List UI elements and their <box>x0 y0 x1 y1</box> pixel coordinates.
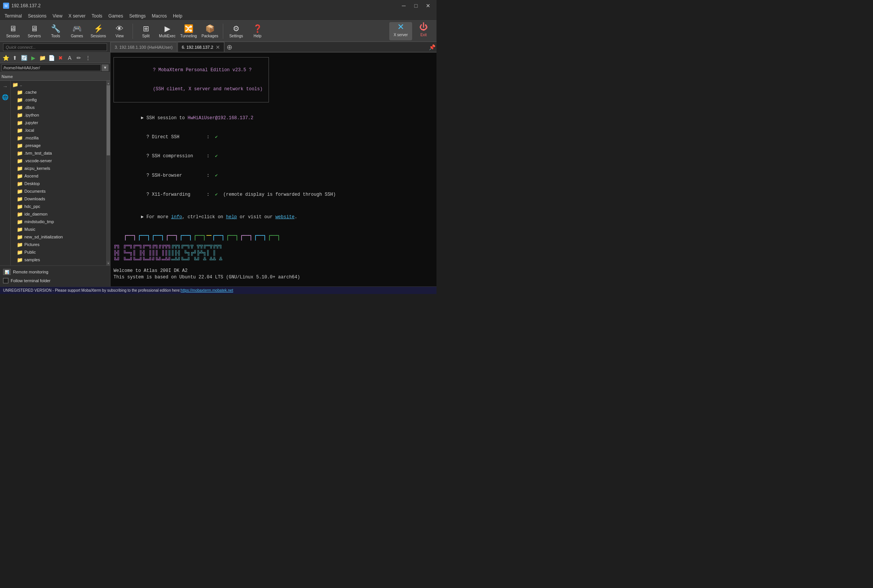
file-item[interactable]: 📁.mozilla <box>11 134 106 142</box>
file-item[interactable]: 📁Music <box>11 225 106 233</box>
app-icon: M <box>3 3 9 9</box>
file-item[interactable]: 📁.presage <box>11 142 106 149</box>
file-item[interactable]: 📁new_sd_initialization <box>11 233 106 241</box>
file-item[interactable]: 📁hdc_ppc <box>11 203 106 210</box>
sidebar-refresh-button[interactable]: 🔄 <box>20 54 28 62</box>
tab-2[interactable]: 6. 192.168.137.2 ✕ <box>177 42 224 52</box>
sidebar-folder-button[interactable]: 📁 <box>38 54 46 62</box>
left-icon-arrow[interactable]: → <box>1 82 10 91</box>
close-button[interactable]: ✕ <box>423 2 433 10</box>
file-icon: 📁 <box>12 81 18 88</box>
packages-label: Packages <box>201 34 218 38</box>
maximize-button[interactable]: □ <box>411 2 421 10</box>
help-link[interactable]: help <box>226 214 237 220</box>
tools-button[interactable]: 🔧 Tools <box>46 22 66 40</box>
tab-2-close[interactable]: ✕ <box>216 45 220 50</box>
minimize-button[interactable]: ─ <box>398 2 409 10</box>
file-name: new_sd_initialization <box>24 235 63 239</box>
help-label: Help <box>254 34 262 38</box>
file-name: Desktop <box>24 181 40 186</box>
menu-sessions[interactable]: Sessions <box>25 13 50 19</box>
menu-help[interactable]: Help <box>170 13 185 19</box>
sidebar-up-button[interactable]: ⬆ <box>11 54 19 62</box>
website-link[interactable]: website <box>275 214 294 220</box>
sidebar-delete-button[interactable]: ✖ <box>56 54 65 62</box>
file-item[interactable]: 📁Public <box>11 248 106 256</box>
split-button[interactable]: ⊞ Split <box>136 22 156 40</box>
servers-label: Servers <box>28 34 41 38</box>
file-item[interactable]: 📁.jupyter <box>11 119 106 126</box>
file-item[interactable]: 📁Desktop <box>11 180 106 187</box>
sidebar-star-button[interactable]: ⭐ <box>2 54 10 62</box>
view-button[interactable]: 👁 View <box>110 22 130 40</box>
folder-icon: 📁 <box>17 257 23 263</box>
quick-connect-input[interactable] <box>3 43 107 51</box>
file-item[interactable]: 📁aicpu_kernels <box>11 165 106 172</box>
tab-add-button[interactable]: ⊕ <box>225 43 234 52</box>
sidebar-edit-button[interactable]: ✏ <box>75 54 83 62</box>
menu-macros[interactable]: Macros <box>149 13 170 19</box>
tunneling-button[interactable]: 🔀 Tunneling <box>179 22 198 40</box>
help-button[interactable]: ❓ Help <box>248 22 267 40</box>
sessions-button[interactable]: ⚡ Sessions <box>88 22 108 40</box>
left-icon-globe[interactable]: 🌐 <box>1 93 10 101</box>
file-name: .presage <box>24 143 41 148</box>
packages-button[interactable]: 📦 Packages <box>200 22 220 40</box>
info-link[interactable]: info <box>171 214 182 220</box>
file-item[interactable]: 📁Documents <box>11 187 106 195</box>
exit-button[interactable]: ⏻ Exit <box>414 22 433 40</box>
status-link[interactable]: https://mobaxterm.mobatek.net <box>181 288 233 292</box>
file-item[interactable]: 📁.dbus <box>11 104 106 111</box>
file-item[interactable]: 📁ide_daemon <box>11 210 106 218</box>
follow-folder[interactable]: Follow terminal folder <box>3 276 107 285</box>
window-controls: ─ □ ✕ <box>398 2 433 10</box>
exit-label: Exit <box>421 33 427 37</box>
file-item[interactable]: 📁.cache <box>11 88 106 96</box>
folder-icon: 📁 <box>17 188 23 194</box>
toolbar-separator <box>133 24 133 39</box>
file-item[interactable]: 📁mindstudio_tmp <box>11 218 106 225</box>
file-name: mindstudio_tmp <box>24 219 54 224</box>
settings-button[interactable]: ⚙ Settings <box>226 22 246 40</box>
file-item[interactable]: 📁Downloads <box>11 195 106 203</box>
folder-icon: 📁 <box>17 89 23 95</box>
file-item[interactable]: 📁samples <box>11 256 106 264</box>
terminal[interactable]: ? MobaXterm Personal Edition v23.5 ? (SS… <box>110 53 437 286</box>
file-item[interactable]: 📁.tvm_test_data <box>11 149 106 157</box>
sidebar-font-button[interactable]: A <box>66 54 74 62</box>
file-item[interactable]: 📁.config <box>11 96 106 104</box>
menu-tools[interactable]: Tools <box>89 13 106 19</box>
file-name: .tvm_test_data <box>24 151 52 155</box>
path-expand-button[interactable]: ▼ <box>102 64 109 71</box>
scroll-up-button[interactable]: ▲ <box>107 81 110 85</box>
file-name: .mozilla <box>24 136 38 140</box>
sidebar-more-button[interactable]: ⋮ <box>84 54 92 62</box>
file-item[interactable]: 📁Pictures <box>11 241 106 248</box>
file-item[interactable]: 📁Ascend <box>11 172 106 180</box>
tab-1[interactable]: 3. 192.168.1.100 (HwHiAiUser) <box>110 42 177 52</box>
xserver-button[interactable]: ✕ X server <box>389 22 412 40</box>
menu-view[interactable]: View <box>50 13 66 19</box>
path-input[interactable] <box>2 64 101 71</box>
ssh-x11-line: ? X11-forwarding : ✔ (remote display is … <box>114 185 433 204</box>
menu-terminal[interactable]: Terminal <box>2 13 25 19</box>
sidebar-new-button[interactable]: 📄 <box>47 54 56 62</box>
remote-monitoring[interactable]: 📊 Remote monitoring <box>3 267 107 276</box>
file-item[interactable]: 📁.ipython <box>11 111 106 119</box>
games-button[interactable]: 🎮 Games <box>67 22 87 40</box>
ascii-art: ┌─┐┌─┐┌─┐┌─┐┌─┐┌─┐─┌─┐┌─┐┌─┐┌─┐┌─┐ ╔╗ ╔═… <box>114 231 433 263</box>
folder-icon: 📁 <box>17 135 23 141</box>
menu-xserver[interactable]: X server <box>66 13 89 19</box>
follow-folder-checkbox[interactable] <box>3 278 8 283</box>
scroll-down-button[interactable]: ▼ <box>107 261 110 265</box>
menu-settings[interactable]: Settings <box>126 13 149 19</box>
sidebar-play-button[interactable]: ▶ <box>29 54 37 62</box>
file-item[interactable]: 📁.local <box>11 126 106 134</box>
multiexec-button[interactable]: ▶ MultiExec <box>157 22 177 40</box>
menu-games[interactable]: Games <box>106 13 126 19</box>
file-item[interactable]: 📁.vscode-server <box>11 157 106 165</box>
sessions-icon: ⚡ <box>94 24 103 33</box>
servers-button[interactable]: 🖥 Servers <box>24 22 44 40</box>
session-button[interactable]: 🖥 Session <box>3 22 23 40</box>
file-item[interactable]: 📁.. <box>11 81 106 88</box>
